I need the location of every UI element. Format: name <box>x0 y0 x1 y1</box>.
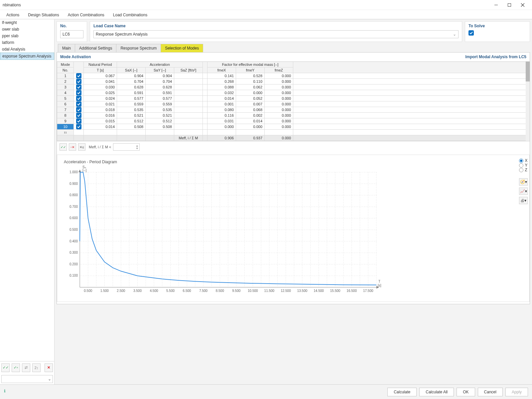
main-tab-design-situations[interactable]: Design Situations <box>24 11 63 19</box>
col-factor-group: Factor for effective modal mass [--] <box>207 62 293 67</box>
svg-text:1.000: 1.000 <box>69 170 78 174</box>
left-item[interactable]: latform <box>0 39 54 46</box>
row-checkbox[interactable] <box>76 84 81 90</box>
svg-text:0.900: 0.900 <box>69 182 78 186</box>
maximize-button[interactable] <box>503 0 516 10</box>
mode-activation-title: Mode Activation <box>60 55 91 59</box>
window-title: nbinations <box>3 3 21 7</box>
col-sax: SaX [--] <box>117 67 146 73</box>
main-tab-action-combinations[interactable]: Action Combinations <box>64 11 109 19</box>
col-fmex: fmeX <box>207 67 236 73</box>
row-checkbox[interactable] <box>76 124 81 129</box>
solve-checkbox[interactable] <box>468 30 474 36</box>
svg-text:8.500: 8.500 <box>216 289 224 293</box>
calculate-button[interactable]: Calculate <box>387 388 417 396</box>
table-row[interactable]: 30.0300.6280.6280.0880.0620.000 <box>57 84 530 90</box>
svg-text:0.100: 0.100 <box>69 274 78 277</box>
table-row[interactable]: 50.0240.5770.5770.0140.0520.000 <box>57 96 530 101</box>
col-mode: Mode <box>57 62 74 67</box>
axis-radio-x[interactable]: X <box>519 158 527 163</box>
import-modal-link[interactable]: Import Modal Analysis from LC5 <box>465 55 526 59</box>
cancel-button[interactable]: Cancel <box>478 388 503 396</box>
left-load-case-list: lf-weightower slabpper slablatformodal A… <box>0 19 54 361</box>
ok-button[interactable]: OK <box>457 388 475 396</box>
row-checkbox[interactable] <box>76 90 81 95</box>
row-checkbox[interactable] <box>76 113 81 118</box>
sort-button[interactable]: 2↕ <box>32 363 41 372</box>
sub-tabs: MainAdditional SettingsResponse Spectrum… <box>57 44 530 52</box>
check-all-button[interactable]: ✓✓ <box>1 363 10 372</box>
svg-text:7.500: 7.500 <box>199 289 207 293</box>
svg-text:12.500: 12.500 <box>281 289 291 293</box>
apply-button[interactable]: Apply <box>505 388 528 396</box>
zoom-tool-button[interactable]: 🧭▾ <box>519 178 528 186</box>
main-tab-actions[interactable]: Actions <box>2 11 24 19</box>
svg-text:0.400: 0.400 <box>69 239 78 243</box>
left-toolbar: ✓✓ ✓▫ ⇄ 2↕ ✕ <box>0 361 54 374</box>
left-item[interactable]: lf-weight <box>0 19 54 26</box>
sub-tab-selection-of-modes[interactable]: Selection of Modes <box>161 44 203 52</box>
left-item[interactable]: odal Analysis <box>0 46 54 53</box>
main-tab-load-combinations[interactable]: Load Combinations <box>109 11 152 19</box>
left-combo[interactable]: ⌄ <box>1 375 53 383</box>
axis-radio-y[interactable]: Y <box>519 163 527 168</box>
table-row[interactable]: 11 <box>57 130 530 135</box>
chart-title: Acceleration - Period Diagram <box>64 160 511 164</box>
row-checkbox[interactable] <box>76 96 81 101</box>
table-scrollbar[interactable] <box>526 62 530 141</box>
sub-tab-main[interactable]: Main <box>58 44 75 52</box>
name-field[interactable]: Response Spectrum Analysis ⌄ <box>93 30 459 38</box>
curve-tool-button[interactable]: 📈▾ <box>519 188 528 195</box>
calculate-all-button[interactable]: Calculate All <box>419 388 454 396</box>
row-checkbox[interactable] <box>76 118 81 124</box>
svg-text:0.300: 0.300 <box>69 251 78 254</box>
left-item[interactable]: pper slab <box>0 33 54 39</box>
table-toolbar: ✓✓ ▫✕ ✕≤ Meff, i / Σ M < ▴▾ <box>57 141 530 153</box>
table-row[interactable]: 100.0140.5080.5080.0000.0000.000 <box>57 124 530 130</box>
col-say: SaY [--] <box>146 67 174 73</box>
table-row[interactable]: 90.0150.5120.5120.0310.0140.000 <box>57 118 530 124</box>
print-chart-button[interactable]: 🖨▾ <box>519 197 528 204</box>
deselect-all-button[interactable]: ▫✕ <box>69 143 76 151</box>
close-button[interactable] <box>516 0 529 10</box>
svg-text:6.500: 6.500 <box>183 289 191 293</box>
row-checkbox[interactable] <box>76 101 81 107</box>
filter-mass-button[interactable]: ✕≤ <box>78 143 85 151</box>
swap-button[interactable]: ⇄ <box>22 363 30 372</box>
table-row[interactable]: 70.0180.5350.5350.0800.0680.000 <box>57 107 530 113</box>
left-item[interactable]: ower slab <box>0 26 54 33</box>
table-row[interactable]: 20.0410.7040.7040.2680.1100.000 <box>57 79 530 84</box>
sub-tab-additional-settings[interactable]: Additional Settings <box>75 44 116 52</box>
svg-rect-1 <box>508 3 511 6</box>
svg-text:0.500: 0.500 <box>69 228 78 231</box>
solve-group: To Solve <box>465 21 530 42</box>
filter-value-input[interactable]: ▴▾ <box>113 143 140 151</box>
row-checkbox[interactable] <box>76 79 81 84</box>
chart-side-controls: XYZ 🧭▾ 📈▾ 🖨▾ <box>517 155 529 302</box>
info-icon[interactable]: ℹ <box>4 389 11 395</box>
svg-text:10.500: 10.500 <box>248 289 258 293</box>
name-label: Load Case Name <box>93 24 459 28</box>
table-row[interactable]: 40.0250.5910.5910.0320.0000.000 <box>57 90 530 96</box>
toggle-check-button[interactable]: ✓▫ <box>12 363 20 372</box>
row-checkbox[interactable] <box>76 107 81 112</box>
table-row[interactable]: 80.0160.5210.5210.1160.0020.000 <box>57 113 530 118</box>
row-checkbox[interactable] <box>76 73 81 78</box>
no-field[interactable]: LC6 <box>60 30 83 38</box>
delete-button[interactable]: ✕ <box>45 363 53 372</box>
select-all-button[interactable]: ✓✓ <box>60 143 67 151</box>
svg-text:0.800: 0.800 <box>69 193 78 197</box>
col-fmez: fmeZ <box>265 67 293 73</box>
main-tabs: ActionsDesign SituationsAction Combinati… <box>0 10 532 19</box>
filter-label: Meff, i / Σ M < <box>89 145 111 149</box>
table-row[interactable]: 10.0670.9040.9040.1410.5280.000 <box>57 73 530 79</box>
table-row[interactable]: 60.0210.5590.5590.0010.0070.000 <box>57 101 530 107</box>
svg-text:2.500: 2.500 <box>117 289 125 293</box>
left-item[interactable]: esponse Spectrum Analysis <box>0 53 54 60</box>
sub-tab-response-spectrum[interactable]: Response Spectrum <box>116 44 161 52</box>
svg-text:T: T <box>378 280 380 283</box>
col-T: T [s] <box>84 67 117 73</box>
minimize-button[interactable] <box>489 0 503 10</box>
svg-text:[--]: [--] <box>82 169 86 172</box>
axis-radio-z[interactable]: Z <box>519 168 527 172</box>
